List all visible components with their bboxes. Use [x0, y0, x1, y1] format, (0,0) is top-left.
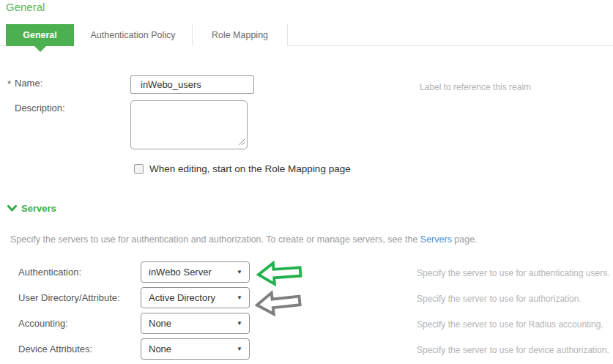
description-textarea[interactable] [130, 100, 248, 149]
intro-text-after: page. [452, 234, 478, 245]
user-directory-hint: Specify the server to use for authorizat… [417, 294, 582, 304]
description-field-label: Description: [15, 103, 65, 114]
authentication-label: Authentication: [18, 267, 81, 278]
green-left-arrow-annotation [256, 258, 303, 289]
intro-text-before: Specify the servers to use for authentic… [10, 234, 420, 245]
tab-general[interactable]: General [6, 24, 74, 46]
authentication-select[interactable]: inWebo Server ▼ [141, 261, 250, 283]
required-marker: * [7, 78, 11, 89]
accounting-select-value: None [149, 313, 171, 333]
tab-bar: General Authentication Policy Role Mappi… [0, 24, 613, 46]
accounting-label: Accounting: [18, 318, 68, 329]
authentication-select-value: inWebo Server [149, 262, 212, 282]
active-tab-notch [34, 46, 46, 52]
description-field [130, 100, 248, 149]
device-attributes-label: Device Attributes: [18, 343, 92, 354]
authentication-hint: Specify the server to use for authentica… [417, 268, 609, 278]
page-title: General [6, 1, 45, 13]
servers-intro-text: Specify the servers to use for authentic… [10, 234, 523, 245]
user-directory-label: User Directory/Attribute: [18, 292, 120, 303]
start-on-role-mapping-label: When editing, start on the Role Mapping … [149, 163, 351, 174]
caret-down-icon: ▼ [237, 320, 242, 327]
tab-authentication-policy[interactable]: Authentication Policy [74, 24, 193, 46]
name-field-hint: Label to reference this realm [420, 82, 531, 92]
servers-page-link[interactable]: Servers [420, 234, 452, 245]
caret-down-icon: ▼ [237, 294, 242, 302]
accounting-select[interactable]: None ▼ [141, 313, 250, 334]
user-directory-select[interactable]: Active Directory ▼ [141, 287, 250, 308]
caret-down-icon: ▼ [237, 346, 242, 353]
start-on-role-mapping-checkbox[interactable] [134, 164, 144, 174]
device-attributes-select-value: None [149, 339, 171, 359]
servers-section-header[interactable]: Servers [21, 203, 56, 214]
device-attributes-select[interactable]: None ▼ [141, 338, 250, 360]
device-attributes-hint: Specify the server to use for device aut… [417, 345, 609, 355]
gray-left-arrow-annotation [253, 287, 304, 319]
accounting-hint: Specify the server to use for Radius acc… [417, 319, 603, 330]
chevron-down-icon[interactable] [7, 205, 17, 212]
user-directory-select-value: Active Directory [149, 288, 215, 308]
tab-role-mapping[interactable]: Role Mapping [193, 24, 288, 46]
realm-general-page: General General Authentication Policy Ro… [0, 0, 613, 364]
name-field-label: Name: [15, 78, 42, 89]
caret-down-icon: ▼ [237, 269, 242, 276]
name-input[interactable] [130, 75, 254, 94]
